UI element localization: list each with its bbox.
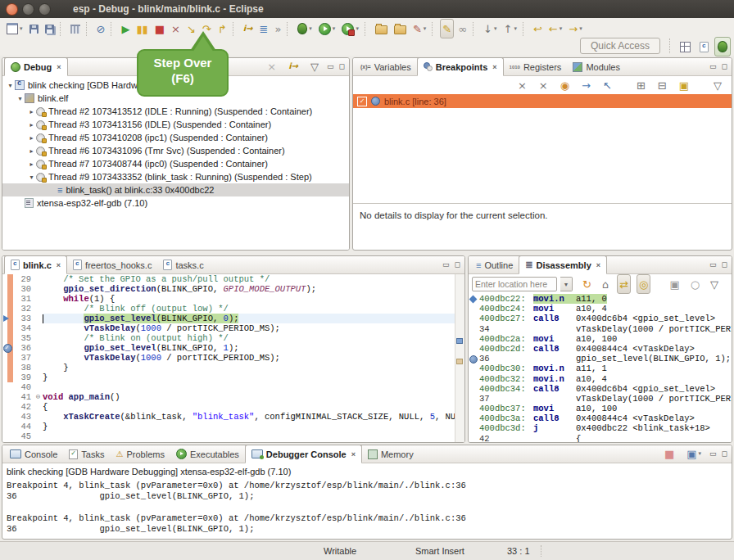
marker-gutter[interactable] [2, 314, 13, 323]
disassembly-row[interactable]: 400dbc32:movi.na10, 4 [469, 374, 732, 384]
use-step-filters-button[interactable]: » [272, 19, 283, 38]
code-line[interactable]: 39} [2, 373, 464, 382]
disassembly-row[interactable]: 42{ [469, 434, 732, 442]
breakpoint-marker-icon[interactable] [469, 355, 478, 364]
disassembly-row[interactable]: 37vTaskDelay(1000 / portTICK_PERI [469, 394, 732, 404]
collapse-icon[interactable]: ▾ [16, 95, 25, 102]
view-menu-button[interactable]: ▽ [308, 57, 321, 76]
home-button[interactable]: ⌂ [600, 274, 611, 294]
minimize-icon[interactable]: ▭ [709, 449, 717, 458]
tree-row[interactable]: ▸Thread #7 1073408744 (ipc0) (Suspended … [2, 157, 349, 170]
disassembly-row[interactable]: 400dbc3d:j0x400dbc22 <blink_task+18> [469, 423, 732, 433]
code-line[interactable]: 35 /* Blink on (output high) */ [2, 333, 464, 343]
maximize-icon[interactable]: ◻ [455, 260, 460, 269]
location-dropdown-icon[interactable]: ▼ [560, 277, 573, 291]
minimize-icon[interactable]: ▭ [709, 260, 717, 269]
tree-row[interactable]: ▸Thread #6 1073431096 (Tmr Svc) (Suspend… [2, 144, 349, 157]
code-text[interactable]: void app_main() [43, 392, 464, 402]
marker-gutter[interactable] [2, 431, 13, 441]
flash-target-button[interactable]: ✎▾ [410, 19, 428, 38]
tab-registers[interactable]: Registers [504, 58, 568, 75]
window-close-button[interactable] [6, 3, 18, 16]
new-disassembly-view-button[interactable]: ▣ [667, 274, 682, 294]
tab-modules[interactable]: Modules [567, 58, 626, 75]
marker-gutter[interactable] [2, 323, 13, 333]
code-line[interactable]: 32 /* Blink off (output low) */ [2, 304, 464, 314]
code-text[interactable] [43, 382, 464, 392]
tab-breakpoints[interactable]: Breakpoints × [417, 57, 504, 76]
debug-perspective-button[interactable] [714, 37, 731, 56]
pin-view-button[interactable]: ○ [688, 274, 702, 294]
breakpoint-row[interactable]: ✓ blink.c [line: 36] [353, 94, 732, 108]
marker-gutter[interactable] [2, 382, 13, 392]
expand-all-button[interactable]: ⊞ [634, 75, 648, 95]
drop-to-frame-button[interactable]: ≣ [256, 19, 270, 38]
code-line[interactable]: 43 xTaskCreate(&blink_task, "blink_task"… [2, 412, 464, 422]
quick-access-field[interactable]: Quick Access [580, 38, 660, 54]
code-line[interactable]: 34 vTaskDelay(1000 / portTICK_PERIOD_MS)… [2, 323, 464, 333]
back-button[interactable]: ←▾ [546, 19, 564, 38]
skip-all-breakpoints-button[interactable]: ⊘ [94, 19, 108, 38]
resume-button[interactable]: ▶ [119, 19, 132, 38]
disassembly-row[interactable]: 400dbc2d:call80x400844c4 <vTaskDelay> [469, 344, 732, 354]
code-line[interactable]: 30 gpio_set_direction(BLINK_GPIO, GPIO_M… [2, 284, 464, 294]
link-with-debug-view-button[interactable]: ▣ [677, 75, 691, 95]
suspend-button[interactable]: ▮▮ [134, 19, 150, 38]
build-button[interactable] [68, 19, 83, 38]
location-input[interactable]: Enter location here [472, 277, 557, 291]
terminate-console-button[interactable]: ■ [662, 445, 677, 463]
tab-tasks[interactable]: Tasks [63, 445, 110, 463]
instruction-stepping-button[interactable]: i→ [241, 19, 256, 38]
tree-row[interactable]: ▸Thread #5 1073410208 (ipc1) (Suspended … [2, 131, 349, 144]
disassembly-row[interactable]: 400dbc27:call80x400dc6b4 <gpio_set_level… [469, 314, 732, 323]
code-line[interactable]: 45 [2, 431, 464, 441]
disconnect-button[interactable]: × [169, 19, 183, 38]
code-text[interactable]: gpio_set_level(BLINK_GPIO, 0); [43, 314, 464, 323]
overview-ruler[interactable] [455, 274, 464, 442]
step-return-button[interactable]: ↱ [215, 19, 229, 38]
close-icon[interactable]: × [492, 63, 496, 71]
marker-gutter[interactable] [2, 363, 13, 373]
tree-row[interactable]: ▸Thread #2 1073413512 (IDLE : Running) (… [2, 105, 349, 118]
track-expression-toggle[interactable]: ◎ [637, 274, 650, 294]
forward-button[interactable]: →▾ [566, 19, 584, 38]
save-button[interactable] [27, 19, 41, 38]
close-icon[interactable]: × [57, 63, 61, 71]
skip-all-breakpoints-toggle[interactable]: ↖ [600, 75, 614, 95]
marker-gutter[interactable] [2, 333, 13, 343]
expand-icon[interactable]: ▸ [27, 147, 36, 155]
maximize-icon[interactable]: ◻ [722, 449, 727, 458]
disassembly-row[interactable]: 36gpio_set_level(BLINK_GPIO, 1); [469, 354, 732, 364]
marker-gutter[interactable] [2, 353, 13, 363]
marker-gutter[interactable] [2, 294, 13, 304]
remove-all-terminated-button[interactable]: × [265, 57, 279, 76]
tab-problems[interactable]: Problems [110, 445, 170, 463]
tab-memory[interactable]: Memory [362, 445, 419, 463]
disassembly-listing[interactable]: 400dbc22:movi.na11, 0400dbc24:movia10, 4… [469, 294, 732, 442]
view-menu-button[interactable]: ▽ [708, 274, 721, 294]
code-text[interactable]: vTaskDelay(1000 / portTICK_PERIOD_MS); [43, 323, 464, 333]
maximize-icon[interactable]: ◻ [339, 62, 345, 70]
code-line[interactable]: 37 vTaskDelay(1000 / portTICK_PERIOD_MS)… [2, 353, 464, 363]
marker-gutter[interactable] [2, 402, 13, 412]
disassembly-row[interactable]: 34vTaskDelay(1000 / portTICK_PERI [469, 324, 732, 334]
code-line[interactable]: 44} [2, 422, 464, 431]
code-line[interactable]: 33 gpio_set_level(BLINK_GPIO, 0); [2, 314, 464, 323]
ruler-marker[interactable] [456, 359, 463, 364]
code-text[interactable]: } [43, 363, 464, 373]
code-text[interactable]: /* Blink off (output low) */ [43, 304, 464, 314]
remove-all-breakpoints-button[interactable]: × [537, 75, 550, 95]
disassembly-row[interactable]: 400dbc30:movi.na11, 1 [469, 364, 732, 373]
code-text[interactable]: xTaskCreate(&blink_task, "blink_task", c… [43, 412, 465, 422]
code-text[interactable]: } [43, 422, 464, 431]
code-line[interactable]: 42{ [2, 402, 464, 412]
tab-disassembly[interactable]: Disassembly × [519, 255, 607, 274]
marker-gutter[interactable] [2, 373, 13, 382]
marker-gutter[interactable] [2, 343, 13, 353]
link-with-editor-button[interactable]: ∞ [455, 19, 469, 38]
open-project-folder-button[interactable] [373, 19, 390, 38]
external-tools-button[interactable]: ▾ [339, 19, 361, 38]
disassembly-row[interactable]: 400dbc34:call80x400dc6b4 <gpio_set_level… [469, 384, 732, 394]
tab-blink-c[interactable]: blink.c × [4, 255, 67, 274]
next-annotation-button[interactable]: ↓▾ [481, 19, 499, 38]
